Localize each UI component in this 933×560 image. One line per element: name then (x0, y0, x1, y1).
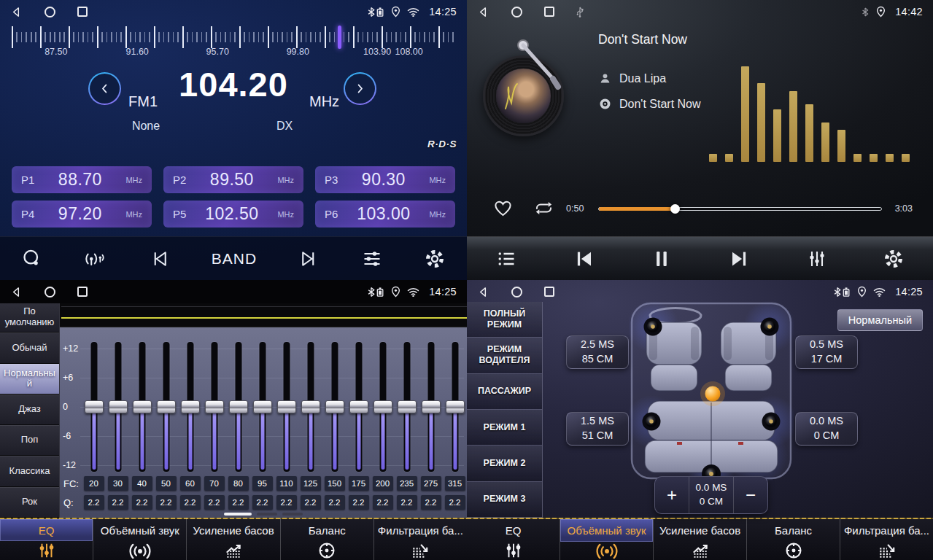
tab-surround[interactable]: Объёмный звук (93, 518, 186, 560)
back-icon[interactable] (477, 286, 489, 298)
eq-preset-item[interactable]: Обычай (0, 332, 59, 363)
eq-slider-thumb[interactable] (349, 400, 368, 413)
tab-balance[interactable]: Баланс (280, 518, 373, 560)
fc-value[interactable]: 30 (108, 476, 128, 491)
eq-slider-thumb[interactable] (85, 400, 104, 413)
eq-band-slider[interactable] (250, 342, 274, 472)
q-value[interactable]: 2.2 (349, 495, 369, 510)
delay-front-right[interactable]: 0.5 MS 17 CM (795, 335, 858, 369)
surround-mode-item[interactable]: ПОЛНЫЙ РЕЖИМ (467, 302, 542, 338)
recents-icon[interactable] (77, 7, 88, 17)
settings-gear-icon[interactable] (425, 249, 445, 269)
eq-slider-thumb[interactable] (181, 400, 200, 413)
preset-p2[interactable]: P289.50MHz (163, 166, 303, 193)
surround-mode-item[interactable]: РЕЖИМ 1 (467, 410, 542, 446)
fc-value[interactable]: 150 (325, 476, 345, 491)
q-value[interactable]: 2.2 (276, 495, 297, 510)
back-icon[interactable] (10, 6, 23, 18)
playlist-icon[interactable] (496, 249, 516, 269)
tab-filter[interactable]: Фильтрация ба... (373, 518, 467, 560)
tab-bass-boost[interactable]: Усиление басов (186, 518, 279, 560)
eq-slider-thumb[interactable] (398, 400, 417, 413)
home-icon[interactable] (511, 7, 522, 18)
surround-mode-item[interactable]: ПАССАЖИР (467, 374, 542, 410)
preset-p6[interactable]: P6103.00MHz (315, 201, 455, 228)
prev-track-icon[interactable] (149, 249, 169, 269)
prev-track-icon[interactable] (573, 248, 595, 270)
surround-mode-item[interactable]: РЕЖИМ 3 (467, 482, 542, 518)
eq-slider-thumb[interactable] (133, 400, 152, 413)
tab-eq[interactable]: EQ (467, 518, 560, 560)
preset-p4[interactable]: P497.20MHz (12, 201, 152, 228)
fc-value[interactable]: 60 (180, 476, 201, 491)
q-value[interactable]: 2.2 (108, 495, 128, 510)
tuning-scale[interactable] (12, 26, 455, 48)
eq-band-slider[interactable] (274, 342, 298, 472)
q-value[interactable]: 2.2 (373, 495, 393, 510)
eq-slider-thumb[interactable] (446, 400, 465, 413)
fc-value[interactable]: 235 (397, 476, 417, 491)
eq-band-slider[interactable] (298, 342, 322, 472)
pause-icon[interactable] (651, 248, 673, 270)
seek-up-button[interactable] (344, 72, 376, 105)
eq-band-slider[interactable] (443, 342, 467, 472)
eq-band-slider[interactable] (178, 342, 202, 472)
seek-down-button[interactable] (88, 72, 121, 105)
eq-band-slider[interactable] (154, 342, 178, 472)
surround-mode-item[interactable]: РЕЖИМ ВОДИТЕЛЯ (467, 338, 542, 373)
q-value[interactable]: 2.2 (301, 495, 321, 510)
q-value[interactable]: 2.2 (397, 495, 417, 510)
fc-value[interactable]: 80 (228, 476, 249, 491)
eq-preset-item[interactable]: По умолчанию (0, 302, 59, 332)
eq-slider-thumb[interactable] (253, 400, 272, 413)
preset-p5[interactable]: P5102.50MHz (163, 201, 303, 228)
fc-value[interactable]: 315 (445, 476, 465, 491)
fc-value[interactable]: 95 (252, 476, 273, 491)
fc-value[interactable]: 125 (301, 476, 321, 491)
surround-mode-item[interactable]: РЕЖИМ 2 (467, 446, 542, 481)
delay-increase-button[interactable]: + (655, 477, 689, 513)
q-value[interactable]: 2.2 (421, 495, 441, 510)
q-value[interactable]: 2.2 (84, 495, 104, 510)
delay-decrease-button[interactable]: − (734, 477, 767, 513)
car-listening-position-map[interactable] (629, 300, 794, 481)
heart-icon[interactable] (493, 198, 513, 218)
recents-icon[interactable] (544, 7, 554, 17)
progress-thumb[interactable] (670, 204, 680, 214)
fc-value[interactable]: 200 (373, 476, 393, 491)
eq-sliders-icon[interactable] (807, 249, 827, 269)
q-value[interactable]: 2.2 (228, 495, 249, 510)
eq-slider-thumb[interactable] (205, 400, 224, 413)
preset-p1[interactable]: P188.70MHz (12, 166, 152, 193)
fc-value[interactable]: 275 (421, 476, 441, 491)
eq-band-slider[interactable] (130, 342, 154, 472)
q-value[interactable]: 2.2 (325, 495, 345, 510)
fc-value[interactable]: 175 (349, 476, 369, 491)
eq-band-slider[interactable] (226, 342, 250, 472)
progress-track[interactable] (598, 207, 882, 211)
eq-slider-thumb[interactable] (373, 400, 392, 413)
tab-filter[interactable]: Фильтрация ба... (840, 518, 933, 560)
fc-value[interactable]: 50 (156, 476, 177, 491)
eq-slider-thumb[interactable] (277, 400, 296, 413)
band-scroll-indicator[interactable] (60, 513, 467, 516)
tab-balance[interactable]: Баланс (746, 518, 840, 560)
recents-icon[interactable] (544, 287, 554, 297)
delay-rear-left[interactable]: 1.5 MS 51 CM (566, 412, 629, 446)
eq-preset-item[interactable]: Джаз (0, 394, 59, 425)
q-value[interactable]: 2.2 (445, 495, 465, 510)
home-icon[interactable] (44, 287, 55, 298)
q-value[interactable]: 2.2 (252, 495, 273, 510)
eq-preset-item[interactable]: Нормальный (0, 364, 59, 394)
q-value[interactable]: 2.2 (204, 495, 225, 510)
eq-slider-thumb[interactable] (422, 400, 441, 413)
eq-band-slider[interactable] (419, 342, 443, 472)
eq-band-slider[interactable] (202, 342, 226, 472)
eq-preset-item[interactable]: Рок (0, 487, 59, 518)
eq-band-slider[interactable] (371, 342, 395, 472)
profile-button[interactable]: Нормальный (837, 309, 923, 331)
eq-slider-thumb[interactable] (109, 400, 128, 413)
eq-band-slider[interactable] (82, 342, 106, 472)
scan-icon[interactable] (22, 249, 42, 269)
eq-preset-item[interactable]: Классика (0, 456, 59, 486)
